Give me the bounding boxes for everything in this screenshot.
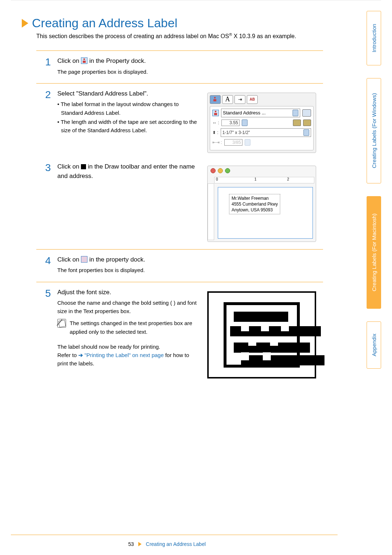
margin-icon: ⇤⇥ : [212, 140, 222, 145]
note-text: The settings changed in the text propert… [70, 319, 201, 336]
address-line: 4555 Cumberland Pkwy [232, 201, 278, 207]
graphic-pattern [224, 302, 300, 368]
address-line: Mr.Walter Freeman [232, 195, 278, 201]
minimize-window-icon[interactable] [218, 168, 223, 173]
dims-stepper-icon[interactable] [303, 129, 309, 136]
step-1: 1 Click on in the Property dock. The pag… [11, 51, 323, 83]
step-desc: Choose the name and change the bold sett… [57, 299, 201, 316]
draw-rectangle-icon [81, 164, 86, 169]
ready-text: The label should now be ready for printi… [57, 343, 201, 351]
close-window-icon[interactable] [211, 168, 216, 173]
step-number: 5 [36, 288, 51, 299]
side-tab-introduction[interactable]: Introduction [367, 11, 381, 65]
tick: 0 [216, 177, 218, 181]
margin-stepper-icon [245, 139, 250, 146]
step-heading: Adjust the font size. [57, 288, 201, 297]
panel-tab-align-icon[interactable]: ⇥ [234, 95, 245, 104]
t: Refer to [57, 352, 78, 358]
intro-text: This section describes the process of cr… [11, 32, 323, 40]
note-icon [57, 319, 66, 328]
t: Click on [57, 256, 81, 263]
printer-icon[interactable] [302, 109, 311, 117]
zoom-window-icon[interactable] [225, 168, 230, 173]
side-tab-macintosh[interactable]: Creating Labels (For Macintosh) [367, 196, 381, 309]
step-number: 3 [36, 162, 51, 173]
ready-xref: Refer to ➔ "Printing the Label" on next … [57, 351, 201, 368]
step-5: 5 Adjust the font size. Choose the name … [11, 282, 323, 386]
dims-text: 1-1/7" x 3-1/2" [222, 130, 250, 135]
select-text: Standard Address ... [223, 110, 266, 116]
step-3: 3 Click on in the Draw toolbar and enter… [11, 160, 323, 249]
margin-input: 3/85 [224, 139, 242, 146]
panel-tab-page-icon[interactable] [210, 95, 221, 104]
step-2: 2 Select "Standard Address Label". The l… [11, 84, 323, 160]
width-stepper-icon[interactable] [242, 119, 248, 126]
width-icon: ↔ : [212, 120, 219, 125]
width-input[interactable]: 3.55 [221, 119, 240, 126]
step-heading: Click on in the Property dock. [57, 56, 201, 66]
address-line: Anytown, USA 95093 [232, 207, 278, 213]
side-tab-windows[interactable]: Creating Labels (For Windows) [367, 78, 381, 183]
step-4: 4 Click on in the property dock. The fon… [11, 250, 323, 282]
ruler-vertical [208, 183, 214, 240]
t: in the property dock. [89, 256, 145, 263]
page-title: Creating an Address Label [32, 16, 177, 30]
xref-arrow-icon: ➔ [78, 352, 83, 358]
section-arrow-icon [22, 19, 28, 28]
lock-a-icon[interactable] [293, 119, 301, 126]
step-subtext: The page properties box is displayed. [57, 68, 201, 76]
t: Click on [57, 163, 81, 170]
font-property-icon [81, 256, 87, 263]
xref-link[interactable]: "Printing the Label" on next page [85, 352, 164, 358]
intro-sup: ® [229, 32, 232, 37]
panel-tab-text-icon[interactable]: A [222, 95, 233, 104]
footer-section-name: Creating an Address Label [146, 541, 206, 547]
t: Click on [57, 57, 81, 64]
bullet: The label format in the layout window ch… [57, 100, 201, 117]
figure-properties-panel: A ⇥ AB Standard Address ... ↔ : [207, 93, 345, 153]
panel-tab-ab-icon[interactable]: AB [247, 95, 258, 104]
step-heading: Click on in the Draw toolbar and enter t… [57, 162, 201, 181]
footer-arrow-icon [138, 542, 142, 546]
dims-select[interactable]: 1-1/7" x 3-1/2" [221, 128, 311, 137]
address-textbox[interactable]: Mr.Walter Freeman 4555 Cumberland Pkwy A… [229, 194, 280, 215]
label-canvas[interactable]: Mr.Walter Freeman 4555 Cumberland Pkwy A… [218, 187, 313, 239]
step-number: 2 [36, 89, 51, 100]
t: in the Property dock. [89, 57, 146, 64]
step-subtext: The font properties box is displayed. [57, 266, 201, 274]
step-number: 1 [36, 56, 51, 67]
page-number: 53 [128, 541, 134, 547]
dims-icon: ⬍ : [212, 130, 219, 135]
figure-layout-window: 0 1 2 Mr.Walter Freeman 4555 Cumberland … [207, 166, 345, 242]
page-footer: 53 Creating an Address Label [0, 541, 334, 547]
side-tab-appendix[interactable]: Appendix [367, 321, 381, 369]
figure-preview-graphic [207, 291, 345, 378]
ruler-horizontal: 0 1 2 [214, 177, 314, 183]
property-dock-icon [81, 57, 87, 64]
select-stepper-icon[interactable] [293, 110, 298, 116]
bullet: The length and width of the tape are set… [57, 118, 201, 135]
lock-b-icon[interactable] [303, 119, 311, 126]
step-heading: Click on in the property dock. [57, 255, 201, 264]
step-number: 4 [36, 255, 51, 266]
label-type-icon [212, 110, 219, 116]
tick: 1 [254, 177, 257, 181]
label-type-select[interactable]: Standard Address ... [221, 109, 300, 117]
step-heading: Select "Standard Address Label". [57, 89, 201, 98]
intro-post: X 10.3.9 as an example. [232, 33, 296, 39]
tick: 2 [287, 177, 289, 181]
intro-pre: This section describes the process of cr… [36, 33, 229, 39]
